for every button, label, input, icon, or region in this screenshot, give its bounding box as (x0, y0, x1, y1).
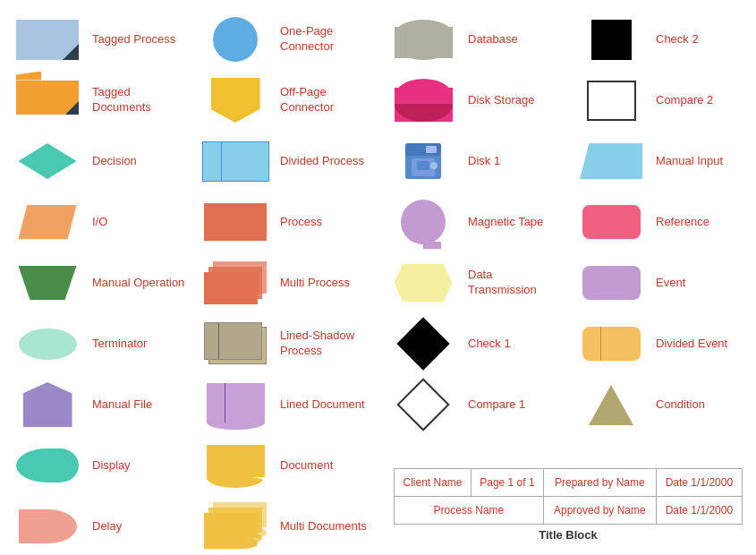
disk1-label: Disk 1 (468, 154, 500, 169)
manual-input-item: Manual Input (568, 131, 756, 192)
terminator-shape (12, 329, 83, 360)
one-page-connector-item: One-Page Connector (192, 9, 380, 70)
svg-marker-6 (589, 385, 633, 425)
multi-process-icon (204, 261, 267, 304)
manual-operation-shape (12, 266, 83, 300)
multi-process-shape (200, 261, 271, 304)
delay-item: Delay (4, 496, 192, 555)
lined-shadow-process-shape (200, 322, 271, 365)
check2-shape (575, 20, 647, 60)
delay-icon (19, 509, 77, 543)
tagged-documents-label: Tagged Documents (92, 85, 185, 115)
check1-label: Check 1 (468, 337, 511, 352)
prepared-by-cell: Prepared by Name (543, 469, 656, 497)
database-label: Database (468, 32, 518, 47)
compare2-shape (575, 81, 647, 121)
divided-process-label: Divided Process (280, 154, 364, 169)
decision-label: Decision (92, 154, 137, 169)
lined-document-item: Lined Document (192, 374, 380, 435)
io-label: I/O (92, 215, 107, 230)
manual-operation-icon (19, 266, 77, 300)
io-item: I/O (4, 192, 192, 252)
disk1-item: Disk 1 (380, 131, 568, 192)
manual-input-label: Manual Input (656, 154, 723, 169)
divided-process-item: Divided Process (192, 131, 380, 192)
database-icon (395, 20, 453, 60)
disk1-shape (387, 139, 459, 184)
data-transmission-label: Data Transmission (468, 268, 561, 298)
check2-item: Check 2 (568, 9, 756, 70)
client-name-cell: Client Name (395, 469, 471, 497)
check2-label: Check 2 (656, 32, 699, 47)
io-shape (12, 205, 83, 239)
display-icon (16, 448, 79, 482)
condition-icon (584, 380, 638, 430)
disk-storage-icon (395, 79, 453, 122)
multi-documents-label: Multi Documents (280, 519, 367, 534)
manual-operation-label: Manual Operation (92, 276, 184, 291)
document-label: Document (280, 458, 333, 474)
decision-shape (12, 143, 83, 179)
compare2-label: Compare 2 (656, 93, 713, 108)
display-label: Display (92, 458, 131, 474)
divided-event-item: Divided Event (568, 313, 756, 374)
compare1-label: Compare 1 (468, 397, 525, 413)
title-block-section: Client Name Page 1 of 1 Prepared by Name… (394, 468, 743, 542)
document-icon (207, 445, 265, 486)
data-transmission-item: Data Transmission (380, 252, 568, 313)
off-page-connector-label: Off-Page Connector (280, 85, 373, 115)
check1-item: Check 1 (380, 313, 568, 374)
lined-document-icon (207, 383, 265, 426)
manual-input-icon (580, 143, 642, 179)
terminator-icon (19, 329, 77, 360)
one-page-connector-label: One-Page Connector (280, 24, 373, 55)
terminator-label: Terminator (92, 337, 147, 352)
divided-event-label: Divided Event (656, 337, 727, 352)
lined-shadow-process-item: Lined-Shadow Process (192, 313, 380, 374)
disk1-icon (401, 139, 446, 184)
divided-event-shape (575, 327, 647, 361)
reference-shape (575, 205, 647, 239)
tagged-process-shape (12, 20, 83, 60)
data-transmission-icon (395, 264, 453, 302)
event-label: Event (656, 276, 685, 291)
document-item: Document (192, 435, 380, 496)
event-shape (575, 266, 647, 300)
off-page-connector-shape (200, 78, 271, 123)
manual-file-icon (23, 382, 72, 427)
process-label: Process (280, 215, 322, 230)
svg-rect-3 (417, 161, 429, 170)
condition-label: Condition (656, 397, 705, 413)
multi-documents-item: Multi Documents (192, 496, 380, 555)
title-row-2: Process Name Approved by Name Date 1/1/2… (395, 497, 743, 525)
tagged-process-icon (16, 20, 79, 60)
off-page-connector-item: Off-Page Connector (192, 70, 380, 131)
disk-storage-item: Disk Storage (380, 70, 568, 131)
off-page-connector-icon (211, 78, 260, 123)
display-shape (12, 448, 83, 482)
event-icon (582, 266, 641, 300)
title-table: Client Name Page 1 of 1 Prepared by Name… (394, 468, 743, 525)
tagged-documents-item: Tagged Documents (4, 70, 192, 131)
lined-shadow-process-label: Lined-Shadow Process (280, 329, 373, 359)
tagged-process-item: Tagged Process (4, 9, 192, 70)
event-item: Event (568, 252, 756, 313)
divided-process-shape (200, 141, 271, 182)
multi-process-label: Multi Process (280, 276, 350, 291)
display-item: Display (4, 435, 192, 496)
compare2-icon (587, 81, 636, 121)
database-item: Database (380, 9, 568, 70)
magnetic-tape-shape (387, 200, 459, 244)
magnetic-tape-icon (401, 200, 446, 244)
database-shape (387, 20, 459, 60)
check1-icon (396, 317, 449, 370)
manual-input-shape (575, 143, 647, 179)
condition-item: Condition (568, 374, 756, 435)
delay-shape (12, 509, 83, 543)
decision-item: Decision (4, 131, 192, 192)
approved-by-cell: Approved by Name (543, 497, 656, 525)
process-shape (200, 203, 271, 241)
title-block-footer: Title Block (394, 528, 743, 542)
manual-operation-item: Manual Operation (4, 252, 192, 313)
compare1-item: Compare 1 (380, 374, 568, 435)
